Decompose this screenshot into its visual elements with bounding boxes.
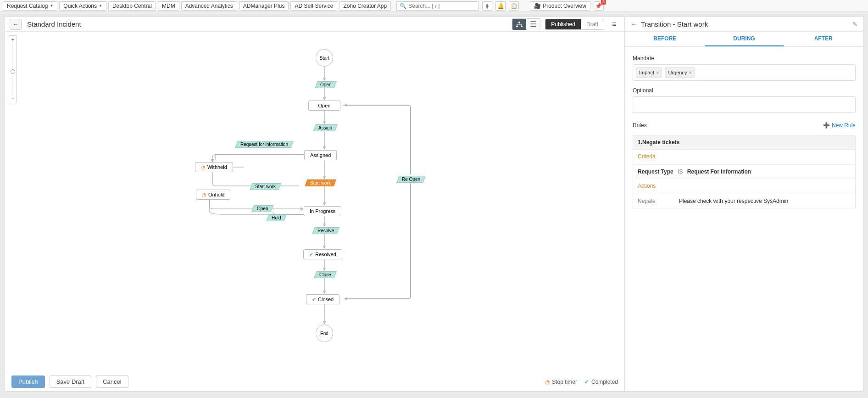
global-search[interactable]: 🔍	[396, 1, 479, 11]
nav-link[interactable]: AD Self Service	[290, 1, 337, 11]
publish-button[interactable]: Publish	[11, 376, 45, 388]
remove-tag-icon[interactable]: ×	[689, 70, 691, 75]
caret-down-icon: ▼	[99, 4, 102, 8]
transition-label: Re Open	[402, 177, 420, 182]
panel-back-button[interactable]: ←	[631, 21, 637, 28]
state-closed[interactable]: ✔Closed	[306, 294, 339, 304]
state-onhold[interactable]: ◔Onhold	[196, 190, 230, 200]
transition-label: Start work	[310, 180, 331, 185]
legend-stop-timer: ◔Stop timer	[545, 379, 577, 385]
state-label: Closed	[318, 297, 334, 302]
quick-actions-dropdown[interactable]: Quick Actions▼	[59, 1, 106, 11]
transition-request-for-information[interactable]: Request for information	[235, 141, 293, 148]
transition-open[interactable]: Open	[315, 81, 337, 88]
save-draft-button[interactable]: Save Draft	[50, 376, 91, 388]
product-overview-button[interactable]: 🎥 Product Overview	[530, 1, 590, 11]
zoom-in-button[interactable]: +	[9, 36, 17, 44]
transition-resolve[interactable]: Resolve	[312, 227, 339, 234]
transition-panel: ← Transition - Start work ✎ BEFORE DURIN…	[625, 17, 863, 392]
zoom-control: + −	[9, 35, 17, 103]
action-key: Negate	[638, 198, 665, 204]
people-icon[interactable]: ⧫	[482, 1, 492, 11]
action-row: Negate Please check with your respective…	[638, 198, 851, 204]
published-tab[interactable]: Published	[545, 19, 581, 29]
end-node[interactable]: End	[316, 325, 333, 342]
optional-field[interactable]	[633, 96, 856, 113]
tag-impact[interactable]: Impact×	[636, 67, 662, 78]
tab-before[interactable]: BEFORE	[625, 32, 705, 46]
tag-label: Impact	[639, 70, 654, 75]
tab-after[interactable]: AFTER	[784, 32, 863, 46]
state-open[interactable]: Open	[308, 101, 340, 111]
state-label: Withheld	[207, 164, 227, 170]
state-withheld[interactable]: ◔Withheld	[195, 162, 233, 172]
rule-item: 1.Negate tickets Criteria Request Type I…	[633, 135, 856, 208]
cancel-button[interactable]: Cancel	[96, 376, 128, 388]
legend-completed: ✔Completed	[584, 379, 618, 385]
status-toggle: Published Draft	[545, 19, 604, 30]
state-label: Resolved	[315, 252, 336, 257]
pin-badge: 3	[601, 0, 606, 5]
connector-lines	[5, 32, 624, 372]
nav-link[interactable]: MDM	[158, 1, 179, 11]
state-resolved[interactable]: ✔Resolved	[303, 249, 342, 259]
rules-label: Rules	[633, 122, 647, 129]
transition-close[interactable]: Close	[314, 271, 336, 278]
transition-start-work-selected[interactable]: Start work	[305, 179, 336, 186]
canvas[interactable]: + −	[5, 32, 624, 372]
plus-icon: ➕	[823, 122, 830, 129]
nav-link[interactable]: Advanced Analytics	[181, 1, 237, 11]
criteria-line: Request Type IS Request For Information	[638, 168, 851, 175]
draft-tab[interactable]: Draft	[581, 19, 604, 29]
search-input[interactable]	[408, 3, 476, 9]
new-rule-button[interactable]: ➕New Rule	[823, 122, 856, 129]
back-button[interactable]: ←	[10, 19, 22, 30]
criteria-field: Request Type	[638, 168, 673, 175]
state-assigned[interactable]: Assigned	[304, 150, 337, 160]
mandate-field[interactable]: Impact× Urgency×	[633, 64, 856, 81]
nav-link[interactable]: ADManager Plus	[239, 1, 289, 11]
edit-icon[interactable]: ✎	[852, 21, 857, 28]
transition-label: Open	[320, 82, 331, 87]
request-catalog-dropdown[interactable]: Request Catalog ▼	[3, 1, 57, 11]
zoom-thumb[interactable]	[11, 69, 15, 74]
start-node[interactable]: Start	[316, 49, 333, 67]
criteria-operator: IS	[675, 168, 685, 175]
panel-header: ← Transition - Start work ✎	[625, 17, 863, 32]
transition-assign[interactable]: Assign	[313, 124, 337, 131]
diagram-view-button[interactable]	[512, 19, 526, 30]
svg-rect-1	[516, 26, 518, 27]
timer-icon: ◔	[201, 164, 206, 170]
svg-rect-2	[521, 26, 523, 27]
remove-tag-icon[interactable]: ×	[656, 70, 659, 75]
criteria-value: Request For Information	[687, 168, 751, 175]
nav-link[interactable]: Desktop Central	[108, 1, 156, 11]
zoom-out-button[interactable]: −	[9, 95, 17, 103]
transition-label: Start work	[255, 184, 276, 189]
canvas-header: ← Standard Incident ☰ Published Draft ≡	[5, 17, 624, 32]
rule-title[interactable]: 1.Negate tickets	[633, 135, 855, 150]
transition-start-work[interactable]: Start work	[250, 183, 281, 190]
tab-during[interactable]: DURING	[705, 32, 784, 46]
menu-button[interactable]: ≡	[609, 19, 620, 30]
pin-button[interactable]: 📌3	[594, 1, 604, 11]
clipboard-icon[interactable]: 📋	[509, 1, 519, 11]
bell-icon[interactable]: 🔔	[495, 1, 506, 11]
transition-hold[interactable]: Hold	[266, 214, 286, 221]
state-label: Onhold	[208, 192, 224, 197]
transition-label: Hold	[272, 215, 281, 220]
zoom-track[interactable]	[9, 44, 17, 95]
main: ← Standard Incident ☰ Published Draft ≡ …	[0, 12, 868, 392]
transition-tabs: BEFORE DURING AFTER	[625, 32, 863, 47]
transition-open-alt[interactable]: Open	[251, 205, 273, 212]
state-in-progress[interactable]: In Progress	[304, 206, 341, 216]
tag-urgency[interactable]: Urgency×	[665, 67, 695, 78]
nav-link[interactable]: Zoho Creator App	[339, 1, 391, 11]
state-label: Open	[318, 103, 331, 108]
list-view-button[interactable]: ☰	[526, 19, 540, 30]
mandate-label: Mandate	[633, 55, 856, 62]
transition-reopen[interactable]: Re Open	[396, 176, 425, 183]
timer-icon: ◔	[202, 192, 206, 198]
state-label: Assigned	[310, 152, 331, 158]
quick-actions-label: Quick Actions	[63, 3, 97, 9]
